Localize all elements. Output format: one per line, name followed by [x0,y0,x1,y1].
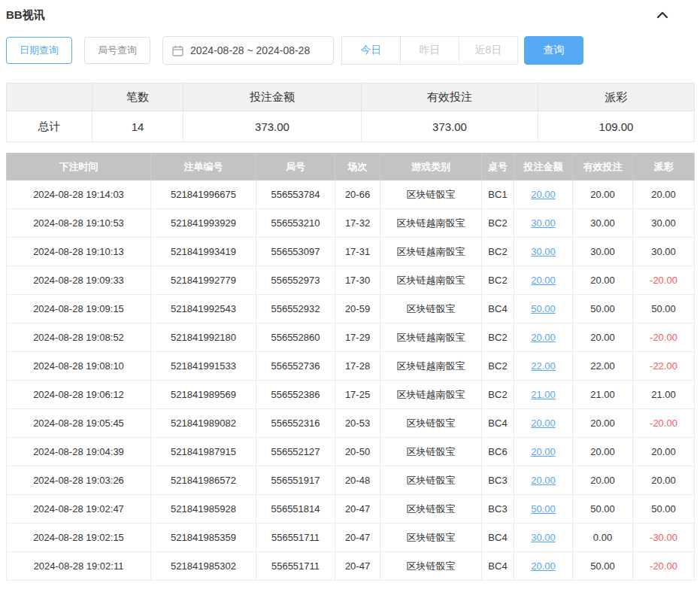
cell-game-type: 区块链越南骰宝 [380,381,482,409]
summary-header-payout: 派彩 [538,83,695,111]
cell-game-type: 区块链骰宝 [380,181,482,209]
cell-bet-amount: 20.00 [514,266,573,295]
cell-round-number: 556552127 [256,438,335,466]
bet-amount-link[interactable]: 20.00 [531,332,556,343]
cell-bet-time: 2024-08-28 19:09:33 [7,266,151,295]
cell-round-number: 556552316 [256,409,335,438]
cell-game-type: 区块链骰宝 [380,409,482,438]
calendar-icon [172,45,183,56]
bet-amount-link[interactable]: 50.00 [531,303,556,314]
cell-payout: -20.00 [633,552,695,581]
cell-game-type: 区块链越南骰宝 [380,352,482,381]
cell-payout: 20.00 [633,181,695,209]
cell-payout: 20.00 [633,466,695,495]
cell-round-number: 556552973 [256,266,335,295]
cell-table-number: BC2 [482,266,514,295]
date-query-tab[interactable]: 日期查询 [6,37,72,64]
summary-valid-bet-value: 373.00 [362,111,538,142]
cell-round-number: 556551917 [256,466,335,495]
cell-valid-bet: 20.00 [573,466,633,495]
records-header-order: 注单编号 [151,153,256,181]
cell-round-number: 556552932 [256,295,335,323]
last8days-button[interactable]: 近8日 [459,36,518,65]
bet-amount-link[interactable]: 50.00 [531,503,556,515]
cell-bet-amount: 50.00 [514,495,573,524]
cell-order-number: 521841992779 [151,266,256,295]
cell-game-type: 区块链骰宝 [380,524,482,552]
cell-bet-amount: 30.00 [514,238,573,266]
cell-session: 20-47 [335,495,380,524]
table-row: 2024-08-28 19:14:03 521841996675 5565537… [7,181,695,209]
cell-order-number: 521841985359 [151,524,256,552]
cell-table-number: BC3 [482,466,514,495]
cell-bet-amount: 22.00 [514,352,573,381]
cell-payout: 21.00 [633,381,695,409]
cell-order-number: 521841989082 [151,409,256,438]
table-row: 2024-08-28 19:02:15 521841985359 5565517… [7,524,695,552]
cell-round-number: 556552860 [256,323,335,352]
cell-order-number: 521841986572 [151,466,256,495]
cell-table-number: BC2 [482,381,514,409]
cell-table-number: BC2 [482,352,514,381]
cell-game-type: 区块链越南骰宝 [380,238,482,266]
yesterday-button[interactable]: 昨日 [400,36,459,65]
cell-payout: 30.00 [633,209,695,238]
cell-bet-time: 2024-08-28 19:10:53 [7,209,151,238]
summary-total-label: 总计 [7,111,92,142]
cell-game-type: 区块链越南骰宝 [380,266,482,295]
cell-session: 20-50 [335,438,380,466]
cell-session: 17-30 [335,266,380,295]
bet-amount-link[interactable]: 30.00 [531,246,556,257]
cell-bet-amount: 20.00 [514,438,573,466]
cell-session: 17-32 [335,209,380,238]
cell-table-number: BC1 [482,181,514,209]
bet-amount-link[interactable]: 30.00 [531,532,556,543]
bet-amount-link[interactable]: 21.00 [531,389,556,400]
cell-order-number: 521841985302 [151,552,256,581]
bet-amount-link[interactable]: 22.00 [531,360,556,372]
cell-round-number: 556552386 [256,381,335,409]
records-header-time: 下注时间 [7,153,151,181]
cell-valid-bet: 20.00 [573,409,633,438]
table-row: 2024-08-28 19:09:33 521841992779 5565529… [7,266,695,295]
cell-valid-bet: 30.00 [573,209,633,238]
round-query-tab[interactable]: 局号查询 [84,37,150,64]
bet-amount-link[interactable]: 20.00 [531,189,556,200]
cell-order-number: 521841993419 [151,238,256,266]
cell-session: 20-48 [335,466,380,495]
date-range-input[interactable]: 2024-08-28 ~ 2024-08-28 [162,36,334,65]
table-row: 2024-08-28 19:09:15 521841992543 5565529… [7,295,695,323]
bet-amount-link[interactable]: 20.00 [531,417,556,429]
search-button[interactable]: 查询 [524,36,583,65]
cell-valid-bet: 22.00 [573,352,633,381]
cell-game-type: 区块链骰宝 [380,438,482,466]
summary-payout-value: 109.00 [538,111,695,142]
bet-amount-link[interactable]: 30.00 [531,217,556,229]
cell-valid-bet: 21.00 [573,381,633,409]
records-header-round: 局号 [256,153,335,181]
cell-valid-bet: 50.00 [573,295,633,323]
records-table: 下注时间 注单编号 局号 场次 游戏类别 桌号 投注金额 有效投注 派彩 202… [6,153,695,581]
collapse-chevron-icon[interactable] [656,11,668,19]
cell-order-number: 521841993929 [151,209,256,238]
bet-amount-link[interactable]: 20.00 [531,475,556,486]
bet-amount-link[interactable]: 20.00 [531,275,556,286]
cell-table-number: BC2 [482,323,514,352]
cell-bet-time: 2024-08-28 19:02:15 [7,524,151,552]
cell-session: 20-47 [335,552,380,581]
cell-table-number: BC2 [482,209,514,238]
summary-total-row: 总计 14 373.00 373.00 109.00 [7,111,695,142]
today-button[interactable]: 今日 [341,36,401,65]
cell-round-number: 556553784 [256,181,335,209]
table-row: 2024-08-28 19:05:45 521841989082 5565523… [7,409,695,438]
summary-header-empty [7,83,92,111]
bet-amount-link[interactable]: 20.00 [531,560,556,572]
bb-video-panel: BB视讯 日期查询 局号查询 2024-08-28 ~ 2024-08-28 今… [0,0,700,587]
cell-order-number: 521841987915 [151,438,256,466]
bet-amount-link[interactable]: 20.00 [531,446,556,457]
cell-order-number: 521841992543 [151,295,256,323]
cell-bet-amount: 20.00 [514,323,573,352]
cell-order-number: 521841985928 [151,495,256,524]
cell-order-number: 521841996675 [151,181,256,209]
panel-header: BB视讯 [6,6,694,24]
